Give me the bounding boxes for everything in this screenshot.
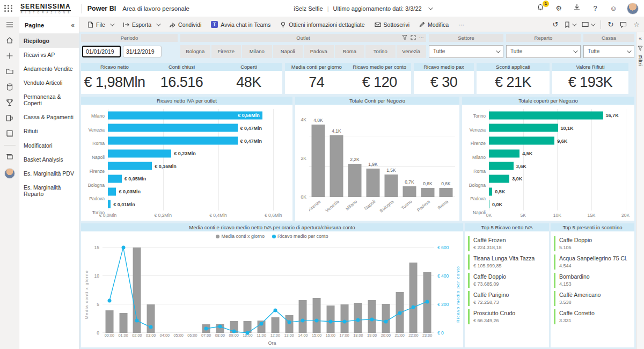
bar-firenze[interactable] <box>108 162 152 170</box>
list-item[interactable]: Caffè Americano3.538 <box>554 291 631 306</box>
toolbar-more-button[interactable]: ⋯ <box>455 19 468 30</box>
line-point-13:00[interactable] <box>287 321 291 324</box>
legend-ricavo-medio[interactable]: Ricavo medio per conto <box>272 234 328 239</box>
help-icon[interactable]: ? <box>590 4 600 12</box>
line-point-09:00[interactable] <box>232 330 236 333</box>
bar-napoli[interactable] <box>489 200 489 208</box>
bar-venezia[interactable] <box>330 135 343 197</box>
bookmarks-button[interactable] <box>565 21 575 28</box>
browse-folder-icon[interactable] <box>5 67 14 76</box>
settings-gear-icon[interactable]: ⚙ <box>554 4 564 12</box>
workspace-name[interactable]: Area di lavoro personale <box>122 5 189 12</box>
collapse-pages-icon[interactable]: « <box>71 21 75 29</box>
list-item[interactable]: Tisana Lunga Vita Tazza€ 105.999,85 <box>468 255 546 270</box>
filters-funnel-icon[interactable] <box>638 46 643 51</box>
list-item[interactable]: Acqua Sanpellegrino 75 Cl.4.544 <box>554 255 631 270</box>
list-item[interactable]: Caffe Doppio5.105 <box>554 236 631 251</box>
teams-chat-button[interactable]: T Avvia chat in Teams <box>207 19 274 30</box>
line-point-15:00[interactable] <box>315 319 319 323</box>
list-item[interactable]: Prosciutto Crudo€ 66.349,26 <box>468 309 546 324</box>
list-item[interactable]: Caffè Frozen€ 224.318,18 <box>468 236 546 251</box>
line-point-22:00[interactable] <box>412 306 415 309</box>
line-point-17:00[interactable] <box>342 319 346 323</box>
bar-firenze[interactable] <box>489 137 554 145</box>
settore-dropdown[interactable]: Tutte <box>429 45 503 58</box>
sidebar-page-item[interactable]: Rifiuti <box>19 124 79 138</box>
bar-bologna[interactable] <box>108 174 122 183</box>
data-hub-icon[interactable] <box>5 83 14 91</box>
line-point-00:00[interactable] <box>107 299 111 303</box>
comment-icon[interactable] <box>620 21 627 28</box>
create-plus-icon[interactable] <box>5 52 14 60</box>
line-point-20:00[interactable] <box>384 319 387 323</box>
line-point-19:00[interactable] <box>370 317 374 321</box>
insights-button[interactable]: Ottieni informazioni dettagliate <box>276 19 368 30</box>
sidebar-page-item[interactable]: Modificatori <box>19 139 79 152</box>
workspaces-icon[interactable] <box>5 152 14 161</box>
bar-milano[interactable] <box>348 164 362 197</box>
bar-venezia[interactable] <box>108 124 238 132</box>
list-item[interactable]: Caffe Doppio€ 73.685,09 <box>468 273 546 288</box>
line-point-12:00[interactable] <box>273 308 277 312</box>
app-launcher-icon[interactable] <box>4 5 13 12</box>
bar-padova[interactable] <box>489 187 492 195</box>
chevron-down-icon[interactable] <box>428 5 433 10</box>
outlet-button-venezia[interactable]: Venezia <box>397 45 427 58</box>
sidebar-page-item[interactable]: Riepilogo <box>19 34 79 48</box>
date-from-input[interactable] <box>82 46 121 57</box>
line-point-03:00[interactable] <box>149 325 153 329</box>
sidebar-page-item[interactable]: Basket Analysis <box>19 152 79 166</box>
line-point-21:00[interactable] <box>398 311 401 315</box>
view-button[interactable] <box>582 21 594 27</box>
outlet-button-milano[interactable]: Milano <box>242 45 272 58</box>
bar-firenze[interactable] <box>312 125 325 197</box>
last-update-label[interactable]: Ultimo aggiornamento dati: 3/3/22 <box>333 5 422 12</box>
bar-bologna[interactable] <box>489 174 509 183</box>
bar-roma[interactable] <box>108 137 238 145</box>
my-workspace-avatar[interactable] <box>4 168 15 179</box>
share-button[interactable]: Condividi <box>165 19 205 30</box>
expand-filters-icon[interactable]: « <box>639 35 642 41</box>
cassa-dropdown[interactable]: Tutte <box>583 45 634 58</box>
legend-media-conti[interactable]: Media conti x giorno <box>216 234 265 239</box>
bar-napoli[interactable] <box>108 149 171 157</box>
bar-padova[interactable] <box>108 187 116 195</box>
outlet-button-roma[interactable]: Roma <box>335 45 365 58</box>
bar-torino[interactable] <box>108 200 111 208</box>
line-point-14:00[interactable] <box>301 319 305 323</box>
sidebar-page-item[interactable]: Andamento Vendite <box>19 62 79 76</box>
sidebar-page-item[interactable]: Permanenza & Coperti <box>19 90 79 110</box>
bar-venezia[interactable] <box>489 124 558 132</box>
list-item[interactable]: Caffe Corretto3.331 <box>554 309 631 324</box>
line-point-02:00[interactable] <box>135 319 139 323</box>
list-item[interactable]: Bombardino4.153 <box>554 273 631 288</box>
learn-book-icon[interactable] <box>5 129 14 138</box>
line-point-08:00[interactable] <box>218 325 222 329</box>
filter-funnel-icon[interactable] <box>402 35 407 40</box>
menu-icon[interactable] <box>5 20 14 29</box>
sidebar-page-item[interactable]: Ricavi vs AP <box>19 48 79 62</box>
outlet-button-torino[interactable]: Torino <box>365 45 396 58</box>
line-point-18:00[interactable] <box>356 318 360 322</box>
bar-napoli[interactable] <box>367 169 380 197</box>
focus-mode-icon[interactable] <box>411 35 416 40</box>
favorite-star-icon[interactable]: ☆ <box>633 20 640 28</box>
line-point-11:00[interactable] <box>260 322 264 325</box>
file-menu-button[interactable]: File <box>84 19 117 30</box>
notifications-bell-icon[interactable]: 1 <box>536 4 545 13</box>
download-icon[interactable] <box>572 4 582 13</box>
bar-padova[interactable] <box>421 188 435 197</box>
outlet-button-firenze[interactable]: Firenze <box>211 45 241 58</box>
line-point-10:00[interactable] <box>246 331 250 335</box>
date-to-input[interactable] <box>123 46 162 57</box>
export-menu-button[interactable]: Esporta <box>119 19 163 30</box>
subscribe-button[interactable]: Sottoscrivi <box>371 19 413 30</box>
line-point-23:00[interactable] <box>426 300 429 303</box>
sidebar-page-item[interactable]: Cassa & Pagamenti <box>19 110 79 124</box>
bar-milano[interactable] <box>489 149 519 157</box>
bar-roma[interactable] <box>440 188 453 197</box>
reparto-dropdown[interactable]: Tutte <box>506 45 581 58</box>
outlet-button-bologna[interactable]: Bologna <box>180 45 210 58</box>
bar-torino[interactable] <box>403 186 416 197</box>
refresh-icon[interactable]: ↻ <box>608 20 613 28</box>
